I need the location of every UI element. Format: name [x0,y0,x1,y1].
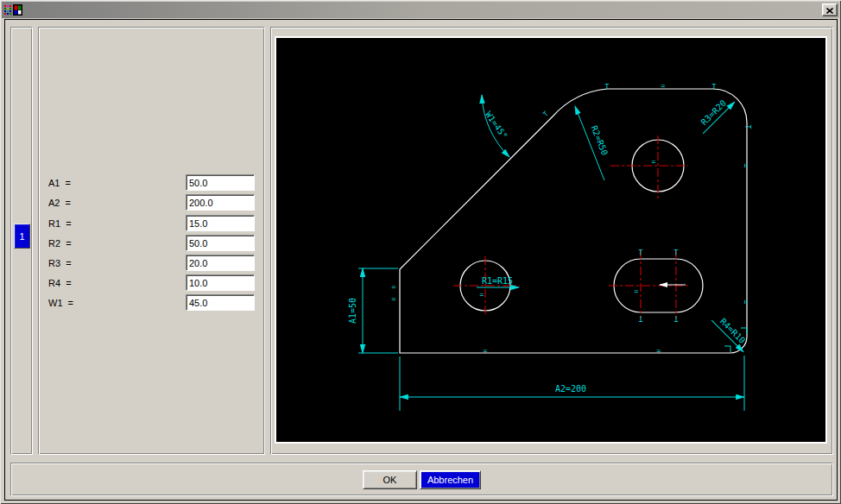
param-row: R2 = [39,235,264,253]
constraint-marks: T T T T T T T T = = = = = = = [392,82,751,355]
svg-text:T: T [673,314,678,322]
param-row: R3 = [39,255,264,273]
button-bar: OK Abbrechen [10,463,833,496]
svg-text:=: = [484,347,488,355]
param-label: A1 = [48,174,71,192]
svg-text:=: = [392,283,396,291]
parameter-panel: A1 = A2 = R1 = R2 = R3 = R4 = [38,27,265,455]
svg-text:T: T [638,314,642,322]
svg-text:T: T [541,110,550,118]
param-row: W1 = [39,294,264,312]
param-row: R4 = [39,274,264,293]
label-r2-text: R2=R50 [589,124,610,157]
svg-text:T: T [674,249,679,257]
cad-preview: A1=50 A2=200 W1=45° R2=R50 R3=R20 R4=R10… [276,38,825,442]
param-label: R1 = [48,215,72,233]
part-outline [400,89,747,353]
ok-button[interactable]: OK [363,470,417,489]
variant-tab-1[interactable]: 1 [14,224,30,249]
svg-text:T: T [639,249,643,257]
param-row: A2 = [39,194,264,212]
svg-text:=: = [652,158,656,166]
svg-text:T: T [712,84,717,91]
svg-text:=: = [742,164,749,168]
label-r3: R3=R20 [694,93,735,134]
close-button[interactable] [822,3,838,16]
param-input-r4[interactable] [186,274,255,291]
svg-text:T: T [605,84,610,91]
client-area: 1 A1 = A2 = R1 = R2 = R3 = [4,19,838,501]
param-row: R1 = [39,215,264,233]
preview-panel: A1=50 A2=200 W1=45° R2=R50 R3=R20 R4=R10… [270,27,833,455]
svg-text:T: T [743,125,751,129]
label-r4: R4=R10 [711,312,752,352]
app-icon [4,3,23,16]
svg-text:=: = [657,347,661,355]
param-input-a1[interactable] [186,174,255,191]
svg-text:=: = [392,295,396,303]
param-input-r3[interactable] [186,255,255,271]
svg-text:=: = [742,300,749,305]
param-input-r1[interactable] [186,215,255,231]
param-input-a2[interactable] [186,194,255,211]
svg-text:=: = [661,82,666,90]
param-label: R4 = [48,274,72,293]
svg-text:=: = [480,291,484,299]
param-label: R2 = [48,235,72,253]
dim-w1-text: W1=45° [484,110,509,141]
cancel-button[interactable]: Abbrechen [420,470,481,489]
param-row: A1 = [39,174,264,192]
titlebar[interactable] [2,2,839,18]
label-r1-text: R1=R15 [482,276,513,286]
dim-a2-text: A2=200 [555,384,586,394]
param-label: A2 = [48,194,71,212]
close-icon [826,3,833,16]
param-input-w1[interactable] [186,294,255,311]
param-input-r2[interactable] [186,235,255,251]
variant-selector-panel: 1 [10,27,33,455]
param-label: W1 = [48,294,73,312]
parametric-part-dialog: 1 A1 = A2 = R1 = R2 = R3 = [0,0,841,504]
param-label: R3 = [48,255,72,273]
dim-a1-text: A1=50 [348,298,357,324]
drawing-canvas: A1=50 A2=200 W1=45° R2=R50 R3=R20 R4=R10… [275,36,827,444]
svg-text:=: = [635,287,639,295]
